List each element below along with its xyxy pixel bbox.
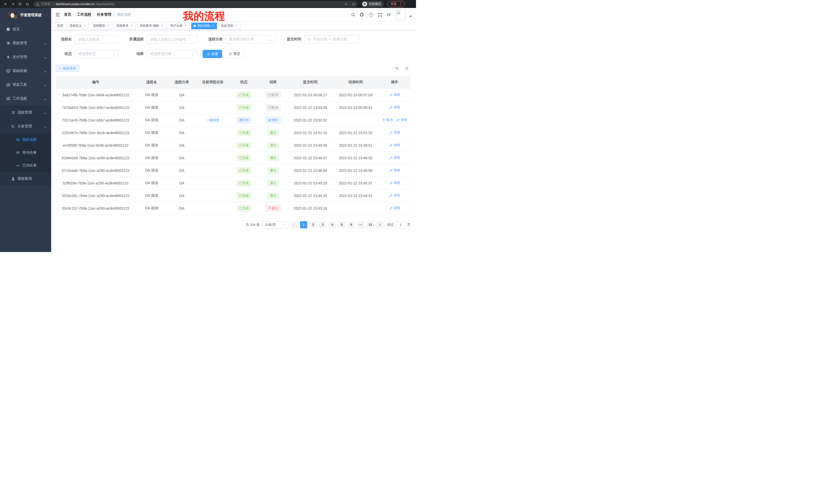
sidebar-item-payment[interactable]: ¥ 支付管理 — [0, 50, 51, 64]
current-task-link[interactable]: 一级审批 — [206, 118, 219, 122]
avatar-dropdown-icon[interactable] — [409, 16, 412, 17]
page-button-5[interactable]: 5 — [338, 221, 345, 228]
close-icon[interactable]: × — [160, 24, 164, 28]
status-badge: 已完成 — [236, 192, 252, 199]
prev-page-button[interactable] — [290, 221, 298, 228]
page-button-6[interactable]: 6 — [347, 221, 355, 228]
divider — [53, 2, 53, 6]
url-bar[interactable]: 不安全 dashboard.yudao.iocoder.cn/bpm/task/… — [33, 1, 358, 7]
avatar[interactable] — [396, 9, 406, 20]
result-badge: 处理中 — [266, 117, 281, 123]
back-icon[interactable] — [3, 1, 9, 7]
tab-process-model[interactable]: 流程模型× — [90, 23, 112, 29]
detail-link[interactable]: 详情 — [389, 180, 400, 185]
process-name-input[interactable] — [78, 37, 115, 41]
search-icon[interactable] — [351, 12, 355, 17]
process-definition-input[interactable] — [150, 37, 194, 41]
show-search-button[interactable] — [393, 64, 401, 72]
submit-time-range-picker[interactable]: 开始日期 - 结束日期 — [305, 35, 359, 44]
page-button-2[interactable]: 2 — [310, 221, 317, 228]
detail-link[interactable]: 详情 — [389, 168, 400, 173]
browser-menu-icon[interactable] — [399, 2, 402, 6]
tags-view: 首页 流程定义× 流程模型× 流程表单× 流程表单-编辑× 用户分组× 我的流程… — [51, 22, 416, 30]
fullscreen-icon[interactable] — [378, 12, 382, 17]
process-definition-input-wrap — [147, 35, 198, 44]
detail-link[interactable]: 详情 — [389, 92, 400, 97]
close-icon[interactable]: × — [83, 24, 87, 28]
col-status: 状态 — [230, 76, 258, 89]
detail-link[interactable]: 详情 — [389, 193, 400, 198]
row-id: 03c6c157-7b9a-11ec-a290-acde48001122 — [56, 202, 136, 215]
reset-button[interactable]: 重置 — [225, 50, 244, 58]
detail-link[interactable]: 详情 — [389, 130, 400, 135]
close-icon[interactable]: × — [184, 24, 187, 28]
font-size-icon[interactable]: tT — [387, 12, 391, 17]
detail-link[interactable]: 详情 — [389, 143, 400, 147]
app-logo[interactable]: 芋道管理系统 — [0, 8, 51, 22]
next-page-button[interactable] — [376, 221, 383, 228]
detail-link[interactable]: 详情 — [389, 105, 400, 110]
tab-process-form-edit[interactable]: 流程表单-编辑× — [137, 23, 166, 29]
tab-process-definition[interactable]: 流程定义× — [67, 23, 89, 29]
key-icon[interactable] — [344, 2, 348, 6]
github-icon[interactable] — [360, 12, 364, 17]
detail-link[interactable]: 详情 — [396, 118, 407, 122]
hamburger-icon[interactable] — [55, 12, 60, 17]
tab-home[interactable]: 首页 — [55, 23, 66, 29]
sidebar-item-workflow[interactable]: 工作流程 — [0, 92, 51, 106]
forward-icon[interactable] — [10, 1, 16, 7]
eye-closed-icon — [16, 163, 20, 167]
more-pages-button[interactable]: ••• — [357, 221, 364, 228]
page-button-11[interactable]: 11 — [367, 221, 374, 228]
start-process-button[interactable]: + 发起流程 — [56, 65, 79, 72]
refresh-button[interactable] — [403, 64, 411, 72]
detail-link[interactable]: 详情 — [389, 206, 400, 211]
cancel-link[interactable]: 取消 — [382, 118, 393, 122]
breadcrumb-task-mgmt[interactable]: 任务管理 — [97, 12, 111, 17]
status-badge: 已完成 — [236, 104, 252, 111]
sidebar-item-leave-query[interactable]: 请假查询 — [0, 172, 51, 186]
close-icon[interactable]: × — [211, 24, 215, 28]
sidebar-item-devtools[interactable]: 研发工具 — [0, 78, 51, 92]
sidebar-item-infra[interactable]: 基础设施 — [0, 64, 51, 78]
annotation-overlay-title: 我的流程 — [183, 9, 225, 23]
detail-link[interactable]: 详情 — [389, 156, 400, 160]
result-select[interactable]: 请选择流结果 — [147, 50, 198, 58]
sidebar-item-process-mgmt[interactable]: 流程管理 — [0, 106, 51, 119]
table-row: 3ad174fb-7b9d-11ec-8404-acde48001122 OA … — [56, 89, 411, 101]
chevron-down-icon — [44, 41, 47, 45]
breadcrumb-workflow[interactable]: 工作流程 — [77, 12, 91, 17]
close-icon[interactable]: × — [234, 24, 238, 28]
filter-status-label: 状态 — [56, 52, 75, 56]
search-button[interactable]: 搜索 — [203, 50, 222, 58]
incognito-badge: 无痕模式 — [362, 1, 384, 7]
category-select[interactable]: 请选择流程分类 — [226, 35, 276, 44]
sidebar-item-todo-tasks[interactable]: 待办任务 — [0, 146, 51, 159]
tab-my-process[interactable]: 我的流程× — [191, 23, 217, 29]
tab-user-group[interactable]: 用户分组× — [168, 23, 190, 29]
update-button[interactable]: 更新 — [387, 1, 405, 7]
page-button-3[interactable]: 3 — [319, 221, 326, 228]
page-button-4[interactable]: 4 — [329, 221, 336, 228]
close-icon[interactable]: × — [106, 24, 110, 28]
sidebar-item-system[interactable]: 系统管理 — [0, 36, 51, 50]
result-badge: 通过 — [267, 142, 279, 149]
help-icon[interactable]: ? — [369, 12, 373, 17]
bookmark-star-icon[interactable] — [352, 2, 355, 6]
close-icon[interactable]: × — [130, 24, 133, 28]
page-size-select[interactable]: 10条/页 — [262, 221, 288, 228]
sidebar-item-done-tasks[interactable]: 已办任务 — [0, 159, 51, 172]
tab-process-form[interactable]: 流程表单× — [114, 23, 136, 29]
navbar: 首页 / 工作流程 / 任务管理 / 我的流程 我的流程 ? tT — [51, 8, 416, 22]
status-select[interactable]: 请选择状态 — [75, 50, 119, 58]
tab-start-process[interactable]: 发起流程× — [218, 23, 240, 29]
sidebar-item-task-mgmt[interactable]: 任务管理 — [0, 119, 51, 133]
sidebar-item-my-process[interactable]: 我的流程 — [0, 133, 51, 146]
goto-page-input[interactable] — [395, 221, 406, 228]
breadcrumb-home[interactable]: 首页 — [64, 12, 71, 17]
chevron-down-icon — [191, 52, 194, 55]
reload-icon[interactable] — [17, 1, 23, 7]
page-button-1[interactable]: 1 — [300, 221, 307, 228]
sidebar-item-home[interactable]: 首页 — [0, 22, 51, 36]
home-icon[interactable] — [24, 1, 30, 7]
